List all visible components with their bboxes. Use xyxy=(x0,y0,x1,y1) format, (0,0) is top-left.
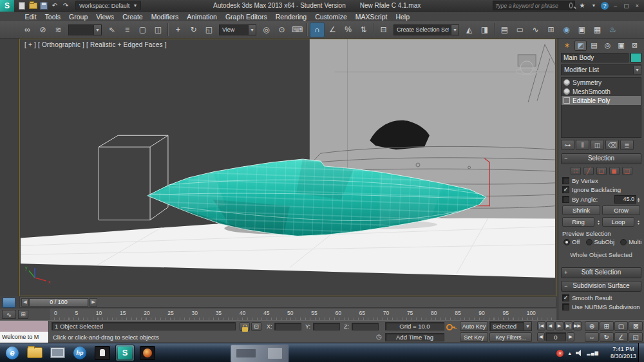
go-to-end-button[interactable]: ▶▶ xyxy=(573,321,582,330)
select-by-name-icon[interactable]: ≡ xyxy=(120,23,135,37)
taskbar-3dsmax-button[interactable]: S xyxy=(115,345,135,361)
current-frame-field[interactable]: 0 xyxy=(545,332,566,341)
border-subobject-icon[interactable]: ▢ xyxy=(596,167,607,175)
modifier-enabled-icon[interactable] xyxy=(564,79,570,86)
menu-item[interactable]: Animation xyxy=(183,13,222,21)
time-slider[interactable]: ◀ 0 / 100 ▶ xyxy=(19,296,556,308)
taskbar-display-button[interactable] xyxy=(48,345,67,361)
macro-recorder-pane[interactable] xyxy=(0,321,49,332)
go-to-start-button[interactable]: |◀ xyxy=(537,321,545,330)
preview-off-radio[interactable] xyxy=(564,239,570,245)
maximize-viewport-icon[interactable]: ◱ xyxy=(629,332,643,342)
volume-icon[interactable] xyxy=(576,350,583,356)
taskbar-explorer-button[interactable] xyxy=(25,345,44,361)
rendered-frame-window-icon[interactable]: ▦ xyxy=(590,23,605,37)
edit-named-selection-sets-icon[interactable]: ⊟ xyxy=(376,23,391,37)
preview-multi-radio[interactable] xyxy=(620,239,627,245)
minimize-button[interactable]: – xyxy=(611,2,620,10)
selection-lock-button[interactable] xyxy=(240,322,250,331)
show-hidden-icons-arrow[interactable]: ▲ xyxy=(567,351,572,356)
graphite-ribbon-icon[interactable]: ▭ xyxy=(513,23,527,37)
select-and-link-icon[interactable]: ∞ xyxy=(20,23,35,37)
reference-coordinate-dropdown[interactable]: View ▼ xyxy=(219,24,256,35)
absolute-mode-button[interactable]: ⊡ xyxy=(251,322,261,331)
grow-button[interactable]: Grow xyxy=(602,205,640,215)
loop-button[interactable]: Loop xyxy=(602,217,634,227)
rectangular-selection-region-icon[interactable]: ▢ xyxy=(135,23,150,37)
next-frame-arrow-icon[interactable]: ▶ xyxy=(90,298,97,307)
bind-to-space-warp-icon[interactable]: ≋ xyxy=(51,23,66,37)
mini-curve-editor-button[interactable]: ∿ xyxy=(2,310,16,319)
menu-item[interactable]: Tools xyxy=(41,13,65,21)
material-editor-icon[interactable]: ◉ xyxy=(559,23,574,37)
spinner-snap-icon[interactable]: ⇅ xyxy=(356,23,371,37)
viewport-label[interactable]: [ + ] [ Orthographic ] [ Realistic + Edg… xyxy=(24,41,167,48)
zoom-all-icon[interactable]: ⊞ xyxy=(600,321,614,331)
help-icon[interactable]: ? xyxy=(601,2,609,10)
modifier-row-meshsmooth[interactable]: MeshSmooth xyxy=(562,87,641,96)
display-tab-icon[interactable]: ▣ xyxy=(615,41,627,51)
show-end-result-icon[interactable]: ‖ xyxy=(576,140,589,150)
zoom-icon[interactable]: ⊕ xyxy=(585,321,599,331)
zoom-extents-icon[interactable]: ▢ xyxy=(614,321,629,331)
ring-button[interactable]: Ring xyxy=(562,217,594,227)
selection-range-button[interactable] xyxy=(3,298,15,308)
utilities-tab-icon[interactable]: ⊠ xyxy=(629,41,641,51)
modifier-list-dropdown[interactable]: Modifier List ▼ xyxy=(561,64,641,75)
mirror-icon[interactable]: ◭ xyxy=(462,23,477,37)
make-unique-icon[interactable]: ◫ xyxy=(591,140,604,150)
vertex-subobject-icon[interactable]: ∷ xyxy=(571,167,581,175)
named-selection-dropdown[interactable]: Create Selection Set ▼ xyxy=(393,24,459,35)
smooth-result-checkbox[interactable]: ✓ xyxy=(562,294,569,301)
soft-selection-rollout-header[interactable]: + Soft Selection xyxy=(561,267,641,278)
window-crossing-icon[interactable]: ◫ xyxy=(151,23,166,37)
search-icon[interactable] xyxy=(569,3,573,8)
set-key-icon[interactable] xyxy=(446,321,456,331)
maxscript-listener[interactable]: Welcome to M xyxy=(0,332,49,343)
pan-icon[interactable]: ⇔ xyxy=(585,332,599,342)
render-setup-icon[interactable]: ▣ xyxy=(574,23,589,37)
configure-modifier-sets-icon[interactable]: ≣ xyxy=(620,140,634,150)
menu-item[interactable]: Rendering xyxy=(271,13,310,21)
menu-item[interactable]: Views xyxy=(92,13,118,21)
undo-icon[interactable]: ↶ xyxy=(50,1,59,10)
create-tab-icon[interactable]: ∗ xyxy=(561,41,573,51)
menu-item[interactable]: Modifiers xyxy=(147,13,183,21)
action-center-icon[interactable]: × xyxy=(556,350,564,357)
modify-tab-icon[interactable]: ◩ xyxy=(574,41,587,51)
percent-snap-icon[interactable]: % xyxy=(341,23,355,37)
taskbar-thumbnail[interactable] xyxy=(231,345,289,362)
field-of-view-icon[interactable]: ∠ xyxy=(614,332,629,342)
align-icon[interactable]: ◨ xyxy=(477,23,492,37)
show-desktop-button[interactable] xyxy=(638,343,644,362)
select-and-move-icon[interactable]: + xyxy=(171,23,185,37)
selection-filter-dropdown[interactable]: ▼ xyxy=(68,24,102,35)
select-and-scale-icon[interactable]: ◱ xyxy=(202,23,216,37)
maximize-button[interactable]: ▢ xyxy=(622,2,630,10)
ignore-backfacing-checkbox[interactable]: ✓ xyxy=(562,186,569,193)
select-and-rotate-icon[interactable]: ↻ xyxy=(186,23,201,37)
use-nurms-checkbox[interactable] xyxy=(562,303,569,310)
object-color-swatch[interactable] xyxy=(630,53,641,62)
modifier-row-symmetry[interactable]: Symmetry xyxy=(562,78,641,87)
remove-modifier-icon[interactable]: ⌫ xyxy=(605,140,619,150)
workspace-dropdown[interactable]: Workspace: Default ▼ xyxy=(75,1,141,10)
use-pivot-point-center-icon[interactable]: ◎ xyxy=(259,23,274,37)
modifier-row-editable-poly[interactable]: Editable Poly xyxy=(562,96,641,105)
angle-snap-icon[interactable]: ∠ xyxy=(325,23,340,37)
chevron-down-icon[interactable]: ▼ xyxy=(589,1,598,10)
render-production-icon[interactable]: ♨ xyxy=(605,23,620,37)
angle-value[interactable]: 45.0 xyxy=(614,195,636,204)
app-logo-icon[interactable]: S xyxy=(0,0,14,12)
z-coordinate-field[interactable] xyxy=(352,323,379,330)
taskbar-ie-button[interactable]: e xyxy=(3,345,22,361)
taskbar-media-button[interactable] xyxy=(138,345,157,361)
selection-rollout-header[interactable]: − Selection xyxy=(561,153,641,164)
menu-item[interactable]: Graph Editors xyxy=(221,13,271,21)
redo-icon[interactable]: ↷ xyxy=(61,1,70,10)
schematic-view-icon[interactable]: ⊞ xyxy=(544,23,558,37)
layer-manager-icon[interactable]: ▤ xyxy=(497,23,512,37)
save-file-icon[interactable] xyxy=(39,1,48,10)
by-vertex-checkbox[interactable] xyxy=(562,177,569,184)
keyboard-shortcut-override-icon[interactable]: ⌨ xyxy=(290,23,305,37)
